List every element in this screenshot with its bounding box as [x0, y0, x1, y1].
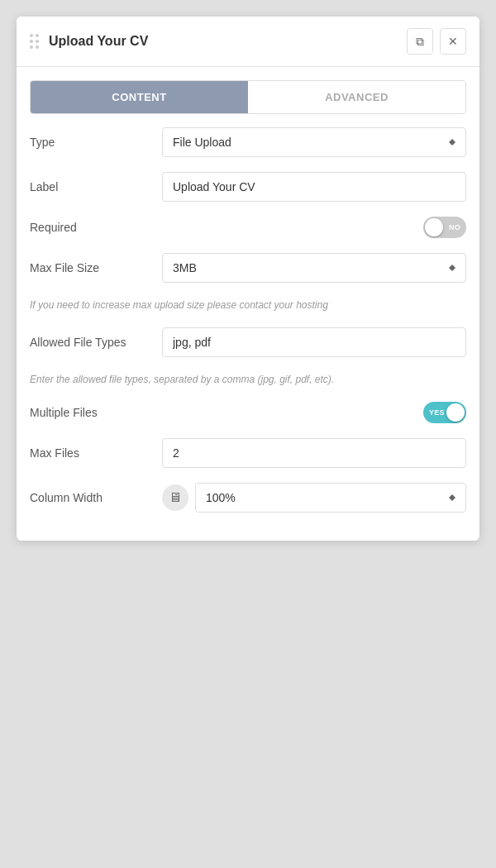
close-icon: ✕: [448, 35, 458, 48]
allowed-file-types-label: Allowed File Types: [30, 336, 162, 349]
required-row: Required NO: [30, 217, 466, 238]
required-toggle-knob: [425, 218, 443, 236]
max-files-row: Max Files: [30, 438, 466, 468]
required-toggle-text: NO: [449, 223, 460, 231]
multiple-files-label: Multiple Files: [30, 406, 162, 419]
max-file-size-row: Max File Size 1MB 2MB 3MB 5MB 10MB: [30, 253, 466, 283]
column-width-row: Column Width 🖥 25% 33% 50% 67% 75% 100%: [30, 483, 466, 513]
multiple-files-toggle[interactable]: YES: [423, 402, 466, 423]
column-width-select[interactable]: 25% 33% 50% 67% 75% 100%: [195, 483, 466, 513]
max-file-size-control: 1MB 2MB 3MB 5MB 10MB: [162, 253, 466, 283]
header-actions: ⧉ ✕: [407, 28, 466, 55]
type-control: File Upload Image Upload Document Upload: [162, 127, 466, 157]
required-label: Required: [30, 221, 162, 234]
max-file-size-helper: If you need to increase max upload size …: [30, 298, 466, 312]
required-control: NO: [162, 217, 466, 238]
label-label: Label: [30, 180, 162, 193]
type-select[interactable]: File Upload Image Upload Document Upload: [162, 127, 466, 157]
max-file-size-select[interactable]: 1MB 2MB 3MB 5MB 10MB: [162, 253, 466, 283]
allowed-file-types-helper: Enter the allowed file types, separated …: [30, 372, 466, 387]
label-row: Label: [30, 172, 466, 202]
required-toggle[interactable]: NO: [423, 217, 466, 238]
drag-handle[interactable]: [30, 34, 39, 49]
monitor-icon: 🖥: [169, 490, 182, 505]
multiple-files-row: Multiple Files YES: [30, 402, 466, 423]
tab-advanced[interactable]: ADVANCED: [248, 81, 465, 113]
type-label: Type: [30, 136, 162, 149]
max-files-label: Max Files: [30, 446, 162, 460]
tab-bar: CONTENT ADVANCED: [30, 80, 466, 114]
close-button[interactable]: ✕: [440, 28, 466, 55]
monitor-icon-button[interactable]: 🖥: [162, 484, 188, 511]
panel-title: Upload Your CV: [49, 34, 407, 49]
label-input[interactable]: [162, 172, 466, 202]
duplicate-button[interactable]: ⧉: [407, 28, 433, 55]
type-row: Type File Upload Image Upload Document U…: [30, 127, 466, 157]
max-file-size-label: Max File Size: [30, 261, 162, 274]
label-control: [162, 172, 466, 202]
max-files-control: [162, 438, 466, 468]
multiple-files-control: YES: [162, 402, 466, 423]
panel-content: Type File Upload Image Upload Document U…: [17, 114, 479, 541]
panel-header: Upload Your CV ⧉ ✕: [17, 17, 479, 67]
allowed-file-types-input[interactable]: [162, 327, 466, 357]
panel-container: Upload Your CV ⧉ ✕ CONTENT ADVANCED Type…: [17, 17, 479, 541]
column-width-controls: 🖥 25% 33% 50% 67% 75% 100%: [162, 483, 466, 513]
column-width-label: Column Width: [30, 491, 162, 504]
allowed-file-types-control: [162, 327, 466, 357]
max-files-input[interactable]: [162, 438, 466, 468]
multiple-files-toggle-knob: [446, 403, 465, 422]
duplicate-icon: ⧉: [416, 35, 424, 49]
multiple-files-toggle-text: YES: [429, 408, 445, 417]
tab-content[interactable]: CONTENT: [31, 81, 248, 113]
allowed-file-types-row: Allowed File Types: [30, 327, 466, 357]
